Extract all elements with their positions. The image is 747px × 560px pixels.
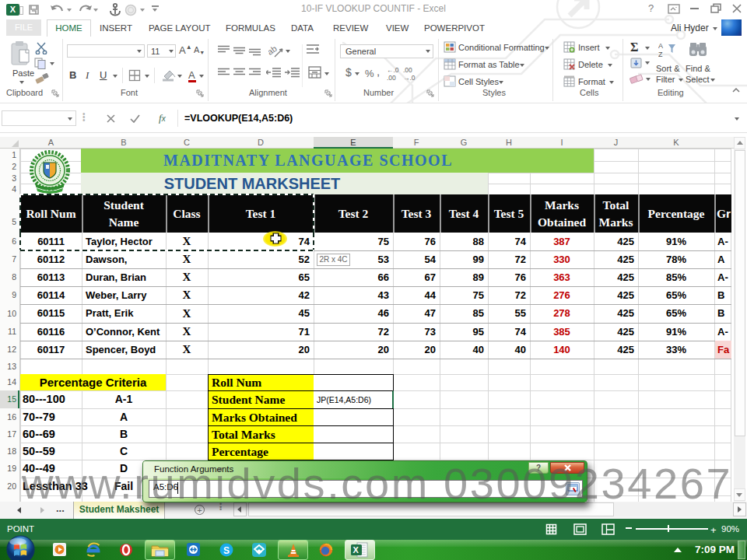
svg-text:Z: Z: [658, 51, 663, 58]
svg-text:A: A: [658, 42, 663, 50]
svg-text:S: S: [223, 545, 230, 556]
svg-text:X: X: [353, 545, 359, 555]
